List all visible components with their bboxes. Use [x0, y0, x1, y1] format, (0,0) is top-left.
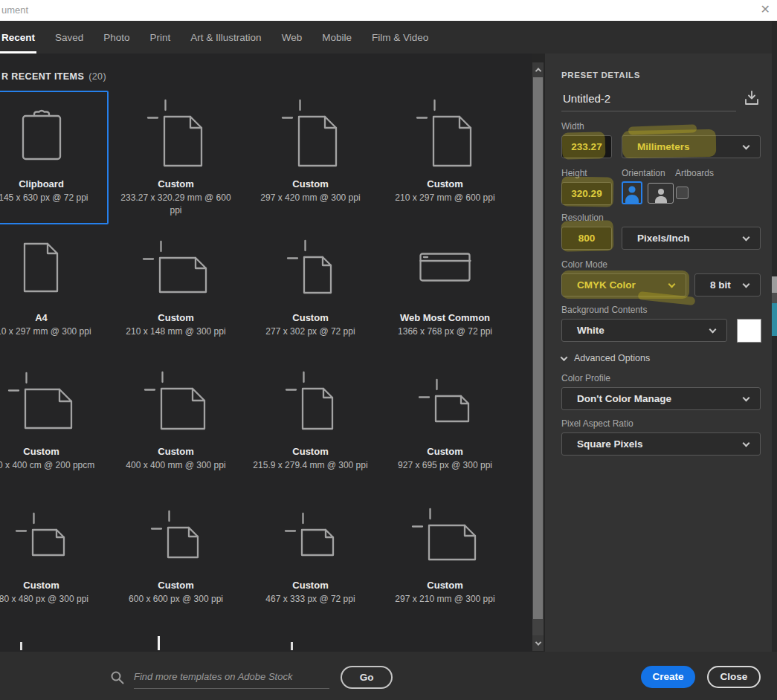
chevron-down-icon [561, 354, 568, 361]
document-icon [281, 91, 340, 177]
search-input[interactable]: Find more templates on Adobe Stock [134, 667, 329, 689]
orientation-portrait-button[interactable] [622, 181, 642, 204]
landscape-person-icon [651, 187, 671, 203]
preset-card-dimensions: 600 x 600 px @ 300 ppi [129, 593, 223, 606]
preset-card-custom[interactable]: Custom400 x 400 mm @ 300 ppi [109, 358, 243, 492]
color-mode-value: CMYK Color [577, 279, 636, 291]
height-input[interactable]: 320.29 [561, 182, 612, 205]
preset-details-panel: PRESET DETAILS Untitled-2 Width 233.27 M… [545, 54, 772, 652]
partial-icon-tick [291, 642, 293, 650]
document-icon [22, 224, 61, 311]
scroll-down-button[interactable] [532, 635, 544, 651]
pixel-aspect-ratio-value: Square Pixels [577, 438, 643, 450]
preset-card-web-most-common[interactable]: Web Most Common1366 x 768 px @ 72 ppi [378, 224, 512, 358]
orientation-landscape-button[interactable] [648, 183, 674, 204]
preset-card-custom[interactable]: Custom600 x 600 px @ 300 ppi [109, 492, 243, 626]
preset-card-dimensions: 297 x 420 mm @ 300 ppi [260, 192, 360, 204]
adobe-stock-search [110, 670, 125, 685]
window-title: ument [1, 4, 28, 16]
preset-card-dimensions: 1145 x 630 px @ 72 ppi [0, 192, 88, 204]
document-icon [416, 91, 474, 177]
preset-card-dimensions: 215.9 x 279.4 mm @ 300 ppi [253, 459, 367, 472]
background-color-swatch[interactable] [737, 319, 761, 343]
scroll-up-button[interactable] [532, 62, 544, 77]
width-unit-select[interactable]: Millimeters [622, 135, 761, 158]
background-contents-value: White [577, 325, 604, 336]
tab-web[interactable]: Web [280, 21, 304, 54]
clipboard-icon [20, 92, 63, 177]
chevron-up-icon [535, 68, 541, 74]
tab-mobile[interactable]: Mobile [320, 21, 353, 54]
scrollbar-thumb[interactable] [533, 77, 543, 619]
artboards-label: Artboards [675, 168, 714, 178]
tab-art-illustration[interactable]: Art & Illustration [189, 21, 262, 54]
preset-card-custom[interactable]: Custom297 x 210 mm @ 300 ppi [378, 492, 512, 626]
preset-card-title: Custom [427, 446, 462, 457]
preset-card-dimensions: 210 x 297 mm @ 600 ppi [395, 192, 494, 204]
pixel-aspect-ratio-label: Pixel Aspect Ratio [561, 418, 633, 429]
chevron-down-icon [668, 281, 676, 288]
go-button[interactable]: Go [341, 666, 393, 689]
preset-card-custom[interactable]: Custom467 x 333 px @ 72 ppi [243, 492, 378, 626]
preset-card-dimensions: 1366 x 768 px @ 72 ppi [398, 325, 492, 338]
background-contents-select[interactable]: White [561, 319, 727, 342]
preset-card-title: Custom [158, 580, 193, 591]
color-mode-select[interactable]: CMYK Color [561, 273, 686, 296]
preset-card-a4[interactable]: A4210 x 297 mm @ 300 ppi [0, 224, 109, 358]
close-button[interactable]: Close [707, 666, 761, 688]
window-titlebar: ument ✕ [0, 0, 777, 21]
preset-card-title: A4 [35, 312, 48, 323]
dialog-footer: Find more templates on Adobe Stock Go Cr… [0, 652, 777, 700]
document-icon [285, 358, 336, 444]
tab-saved[interactable]: Saved [54, 21, 85, 54]
preset-card-title: Clipboard [19, 178, 64, 189]
chevron-down-icon [743, 234, 750, 242]
resolution-input[interactable]: 800 [561, 227, 612, 250]
preset-card-custom[interactable]: Custom233.27 x 320.29 mm @ 600 ppi [109, 91, 243, 224]
preset-card-title: Custom [23, 580, 59, 591]
color-profile-select[interactable]: Don't Color Manage [561, 387, 761, 410]
app-strip-segment [772, 303, 777, 336]
document-icon [144, 358, 208, 444]
preset-card-title: Custom [427, 178, 462, 189]
width-label: Width [561, 121, 584, 132]
tab-print[interactable]: Print [149, 21, 173, 54]
scrollbar[interactable] [532, 62, 544, 651]
color-profile-label: Color Profile [561, 373, 610, 383]
tab-film-video[interactable]: Film & Video [370, 21, 430, 54]
preset-card-custom[interactable]: Custom277 x 302 px @ 72 ppi [243, 224, 378, 358]
create-button[interactable]: Create [641, 666, 695, 688]
height-label: Height [561, 168, 587, 178]
pixel-aspect-ratio-select[interactable]: Square Pixels [561, 432, 761, 456]
titlebar-close-icon[interactable]: ✕ [761, 2, 770, 16]
advanced-options-toggle[interactable]: Advanced Options [561, 351, 650, 364]
save-preset-button[interactable] [742, 89, 761, 110]
preset-card-clipboard[interactable]: Clipboard1145 x 630 px @ 72 ppi [0, 91, 109, 224]
tab-photo[interactable]: Photo [102, 21, 131, 54]
preset-card-title: Web Most Common [400, 312, 490, 323]
download-icon [742, 89, 761, 107]
preset-card-dimensions: 210 x 297 mm @ 300 ppi [0, 325, 91, 338]
preset-card-custom[interactable]: Custom210 x 297 mm @ 600 ppi [378, 91, 512, 224]
preset-card-title: Custom [427, 580, 462, 591]
artboards-checkbox[interactable] [676, 187, 689, 199]
bit-depth-select[interactable]: 8 bit [694, 273, 761, 296]
preset-card-custom[interactable]: Custom927 x 695 px @ 300 ppi [378, 358, 512, 492]
document-name-input[interactable]: Untitled-2 [563, 92, 610, 105]
document-icon [15, 492, 68, 578]
tab-recent[interactable]: Recent [0, 21, 36, 54]
new-document-dialog: ument ✕ RecentSavedPhotoPrintArt & Illus… [0, 0, 777, 700]
chevron-down-icon [743, 440, 750, 447]
partial-icon-tick [158, 636, 160, 650]
preset-card-custom[interactable]: Custom215.9 x 279.4 mm @ 300 ppi [243, 358, 378, 492]
preset-card-dimensions: 467 x 333 px @ 72 ppi [265, 593, 355, 606]
preset-card-custom[interactable]: Custom400 x 400 cm @ 200 ppcm [0, 358, 109, 492]
width-input[interactable]: 233.27 [561, 135, 612, 158]
portrait-person-icon [624, 184, 640, 203]
document-icon [142, 224, 210, 311]
preset-card-custom[interactable]: Custom580 x 480 px @ 300 ppi [0, 492, 109, 626]
preset-card-custom[interactable]: Custom210 x 148 mm @ 300 ppi [109, 224, 243, 358]
resolution-unit-select[interactable]: Pixels/Inch [622, 227, 761, 250]
preset-card-title: Custom [158, 178, 193, 189]
preset-card-custom[interactable]: Custom297 x 420 mm @ 300 ppi [243, 91, 378, 224]
